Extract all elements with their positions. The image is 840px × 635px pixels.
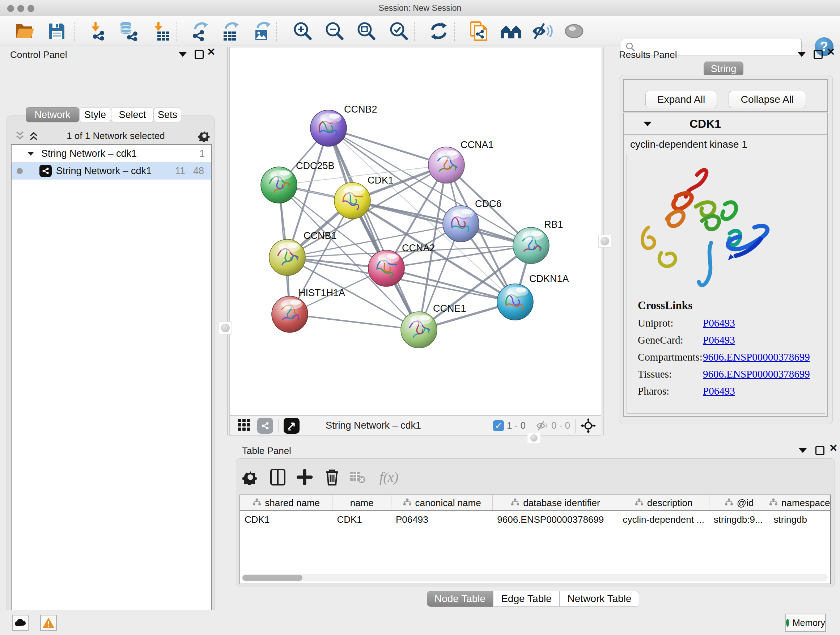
edge-CDK1-RB1[interactable] [352, 201, 531, 245]
expand-all-button[interactable]: Expand All [645, 91, 717, 108]
tab-network[interactable]: Network [26, 107, 79, 122]
results-panel-float-button[interactable] [813, 50, 823, 59]
control-panel-float-button[interactable] [195, 50, 204, 59]
import-table-button[interactable] [150, 20, 172, 42]
tab-sets[interactable]: Sets [154, 107, 181, 122]
export-table-button[interactable] [219, 20, 242, 42]
node-table[interactable]: shared namenamecanonical namedatabase id… [240, 494, 831, 584]
cdk1-collapse-arrow[interactable] [644, 122, 652, 126]
warnings-button[interactable] [40, 615, 57, 631]
node-CDC25B[interactable] [261, 167, 297, 203]
results-panel-menu-arrow[interactable] [798, 52, 806, 57]
table-cell[interactable]: stringdb [769, 511, 830, 528]
column-header-shared-name[interactable]: shared name [240, 495, 332, 510]
column-header--id[interactable]: @id [709, 495, 769, 510]
node-RB1[interactable] [513, 227, 549, 264]
table-horizontal-scrollbar[interactable] [242, 574, 828, 581]
collapse-all-icon[interactable] [14, 130, 25, 141]
network-overview-button[interactable] [500, 20, 523, 42]
table-panel-menu-arrow[interactable] [799, 448, 807, 453]
edge-CCNB2-CCNA1[interactable] [328, 128, 447, 165]
tab-style[interactable]: Style [79, 107, 111, 122]
table-cell[interactable]: 9606.ENSP00000378699 [493, 511, 618, 528]
node-table-row[interactable]: CDK1CDK1P064939606.ENSP00000378699cyclin… [240, 511, 830, 528]
crosslink-link[interactable]: 9606.ENSP00000378699 [703, 351, 810, 363]
results-panel-close-button[interactable]: ✕ [827, 49, 835, 57]
cloud-services-button[interactable] [12, 615, 28, 631]
crosslink-link[interactable]: P06493 [703, 317, 735, 329]
column-header-namespace[interactable]: namespace [769, 495, 830, 510]
table-cell[interactable]: stringdb:9... [709, 511, 769, 528]
table-cell[interactable]: CDK1 [332, 511, 392, 528]
show-columns-button[interactable] [268, 468, 287, 486]
zoom-in-button[interactable] [292, 20, 314, 42]
network-row-selected[interactable]: String Network – cdk1 11 48 [11, 162, 211, 180]
network-canvas[interactable]: CCNB2CCNA1CDC25BCDK1CDC6RB1CCNB1CCNA2CDK… [229, 47, 601, 416]
node-CCNA2[interactable] [368, 250, 404, 287]
crosslink-link[interactable]: 9606.ENSP00000378699 [703, 368, 810, 380]
hide-selected-button[interactable] [531, 20, 554, 42]
table-panel-float-button[interactable] [815, 446, 824, 455]
network-options-gear-icon[interactable] [198, 130, 210, 142]
edge-CCNB2-CCNE1[interactable] [328, 128, 419, 330]
table-cell[interactable]: cyclin-dependent ... [618, 511, 709, 528]
string-network-graph[interactable]: CCNB2CCNA1CDC25BCDK1CDC6RB1CCNB1CCNA2CDK… [230, 48, 601, 415]
birds-eye-view-button[interactable] [284, 418, 300, 434]
node-CCNB2[interactable] [310, 110, 347, 146]
bottom-splitter-handle[interactable] [527, 433, 541, 443]
node-CCNA1[interactable] [428, 147, 464, 183]
column-header-name[interactable]: name [332, 495, 392, 510]
node-CCNE1[interactable] [401, 312, 437, 348]
export-image-button[interactable] [251, 20, 273, 42]
column-header-canonical-name[interactable]: canonical name [392, 495, 493, 510]
node-CCNB1[interactable] [269, 239, 305, 276]
zoom-out-button[interactable] [324, 20, 346, 42]
export-network-button[interactable] [189, 20, 211, 42]
delete-column-button[interactable] [323, 468, 341, 486]
column-header-database-identifier[interactable]: database identifier [493, 495, 618, 510]
node-CDC6[interactable] [443, 206, 479, 242]
column-header-description[interactable]: description [618, 495, 709, 510]
tab-network-table[interactable]: Network Table [560, 591, 639, 607]
node-CDK1[interactable] [334, 182, 370, 219]
edge-HIST1H1A-CCNE1[interactable] [290, 314, 419, 330]
hidden-eye-slash-icon[interactable] [536, 421, 548, 431]
left-splitter-handle[interactable] [219, 321, 232, 334]
show-selected-button[interactable] [563, 20, 585, 42]
refresh-button[interactable] [428, 20, 450, 42]
right-splitter-handle[interactable] [598, 234, 611, 248]
table-cell[interactable]: CDK1 [240, 511, 332, 528]
zoom-selected-button[interactable] [388, 20, 410, 42]
collection-expand-arrow[interactable] [27, 151, 35, 156]
clone-network-button[interactable] [467, 20, 490, 42]
node-CDKN1A[interactable] [497, 284, 533, 320]
table-options-button[interactable] [241, 468, 260, 486]
crosslink-link[interactable]: P06493 [703, 385, 735, 397]
left-splitter[interactable] [227, 47, 228, 435]
import-network-button[interactable] [87, 20, 109, 42]
string-style-button[interactable] [257, 418, 273, 434]
collapse-all-button[interactable]: Collapse All [729, 91, 806, 108]
tab-string[interactable]: String [704, 62, 744, 76]
table-panel-close-button[interactable]: ✕ [829, 445, 837, 453]
table-cell[interactable]: P06493 [392, 511, 493, 528]
control-panel-close-button[interactable]: ✕ [207, 49, 215, 57]
memory-button[interactable]: Memory [785, 614, 826, 632]
network-collection-row[interactable]: String Network – cdk1 1 [11, 145, 211, 162]
control-panel-menu-arrow[interactable] [179, 52, 187, 57]
tab-edge-table[interactable]: Edge Table [493, 591, 560, 607]
expand-all-icon[interactable] [28, 130, 39, 141]
crosslink-link[interactable]: P06493 [703, 334, 735, 346]
tab-node-table[interactable]: Node Table [427, 591, 493, 607]
delete-table-button[interactable] [348, 468, 367, 486]
selected-nodes-checkbox[interactable]: ✓ [493, 420, 504, 431]
open-session-button[interactable] [14, 20, 36, 42]
save-session-button[interactable] [46, 20, 68, 42]
function-builder-button[interactable]: f(x) [373, 468, 405, 486]
fit-content-crosshair-button[interactable] [581, 418, 596, 433]
node-HIST1H1A[interactable] [272, 296, 308, 333]
zoom-fit-button[interactable] [355, 20, 378, 42]
create-column-button[interactable] [295, 468, 314, 486]
import-database-button[interactable] [117, 20, 140, 42]
cdk1-entry-header[interactable]: CDK1 [624, 113, 827, 135]
